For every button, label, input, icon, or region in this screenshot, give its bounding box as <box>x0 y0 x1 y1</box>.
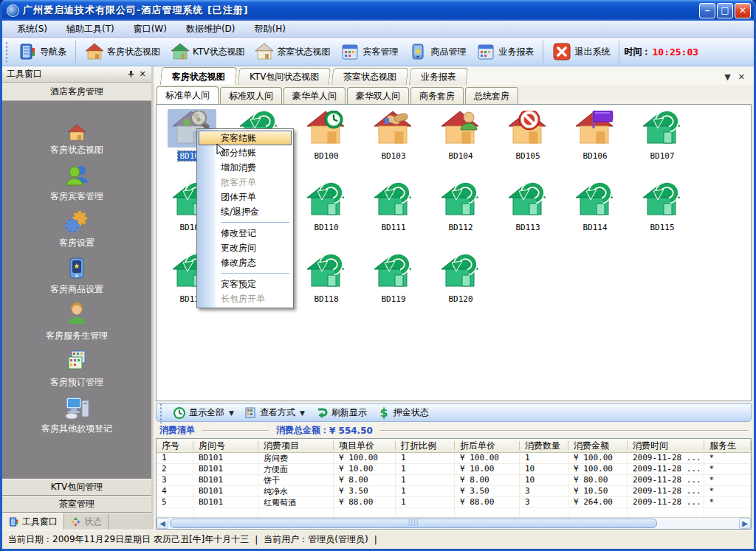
consume-toolbar-label: 显示全部 <box>189 406 224 419</box>
column-header-项目单价[interactable]: 项目单价 <box>334 439 396 452</box>
menubar-item[interactable]: 系统(S) <box>8 21 56 37</box>
room-BD100[interactable]: BD100 <box>295 109 357 161</box>
table-row[interactable]: 1BD101房间费¥ 100.001¥ 100.001¥ 100.002009-… <box>157 453 751 464</box>
context-menu-item-修改登记[interactable]: 修改登记 <box>199 226 292 240</box>
room-BD120[interactable]: BD120 <box>430 252 492 304</box>
room-BD105[interactable]: BD105 <box>497 109 559 161</box>
room-type-tab-豪华双人间[interactable]: 豪华双人间 <box>347 87 409 104</box>
context-menu-item-续/退押金[interactable]: 续/退押金 <box>199 204 292 219</box>
sidebar-item-1[interactable]: 客房状态视图 <box>2 113 151 159</box>
doc-tab-业务报表[interactable]: 业务报表 <box>409 68 468 85</box>
room-BD103[interactable]: BD103 <box>362 109 425 161</box>
consume-toolbar-button[interactable]: 显示全部▼ <box>169 406 238 420</box>
sidebar-item-7[interactable]: 客房其他款项登记 <box>2 392 151 438</box>
sidebar-bottom-tabs: 工具窗口状态 <box>2 513 151 530</box>
room-BD112[interactable]: BD112 <box>430 181 492 232</box>
column-header-房间号[interactable]: 房间号 <box>193 439 258 452</box>
minimize-button[interactable]: － <box>699 3 715 18</box>
room-type-tab-商务套房[interactable]: 商务套房 <box>410 87 464 104</box>
chevron-down-icon[interactable]: ▼ <box>300 409 305 417</box>
doc-tab-茶室状态视图[interactable]: 茶室状态视图 <box>331 68 408 85</box>
menubar-item[interactable]: 辅助工具(T) <box>58 21 123 37</box>
room-BD106[interactable]: BD106 <box>564 109 626 161</box>
context-menu-item-修改房态[interactable]: 修改房态 <box>199 255 292 270</box>
scroll-right-icon[interactable]: ▶ <box>739 518 751 529</box>
context-menu-item-部分结账[interactable]: 部分结账 <box>199 145 292 160</box>
menubar-item[interactable]: 帮助(H) <box>246 21 295 37</box>
room-type-tab-标准双人间[interactable]: 标准双人间 <box>220 87 282 104</box>
consume-toolbar-button[interactable]: 查看方式▼ <box>241 406 309 420</box>
room-BD110[interactable]: BD110 <box>295 181 357 232</box>
context-menu-item-团体开单[interactable]: 团体开单 <box>199 190 292 204</box>
table-cell: * <box>704 486 751 496</box>
toolbar-grip[interactable] <box>159 403 163 423</box>
doc-tab-KTV包间状态视图[interactable]: KTV包间状态视图 <box>238 68 331 85</box>
consume-toolbar-button[interactable]: 刷新显示 <box>312 406 371 420</box>
room-BD118[interactable]: BD118 <box>295 252 357 304</box>
sidebar-tab-status[interactable]: 状态 <box>64 513 109 530</box>
room-type-tab-豪华单人间[interactable]: 豪华单人间 <box>284 87 346 104</box>
maximize-button[interactable]: □ <box>717 3 733 18</box>
sidebar-group-button-2[interactable]: 茶室管理 <box>2 496 151 513</box>
column-header-消费数量[interactable]: 消费数量 <box>520 439 568 452</box>
horizontal-scrollbar[interactable]: ◀ ▶ <box>156 517 752 530</box>
toolbar-button[interactable]: 导航条 <box>13 41 71 63</box>
doc-tab-客房状态视图[interactable]: 客房状态视图 <box>160 67 238 85</box>
close-icon[interactable]: ✕ <box>137 69 148 80</box>
menubar-item[interactable]: 数据维护(D) <box>177 21 244 37</box>
sidebar-item-5[interactable]: 客房服务生管理 <box>2 299 151 345</box>
tab-dropdown-icon[interactable]: ▼ <box>724 72 730 82</box>
toolbar-button[interactable]: 商品管理 <box>404 41 470 63</box>
room-BD115[interactable]: BD115 <box>631 181 693 232</box>
column-header-打折比例[interactable]: 打折比例 <box>396 439 455 452</box>
room-BD119[interactable]: BD119 <box>362 252 425 304</box>
table-row[interactable]: 5BD101红葡萄酒¥ 88.001¥ 88.003¥ 264.002009-1… <box>157 497 751 508</box>
room-type-tab-标准单人间[interactable]: 标准单人间 <box>157 86 219 104</box>
toolbar-grip[interactable] <box>5 41 9 62</box>
scroll-left-icon[interactable]: ◀ <box>157 518 168 529</box>
column-header-折后单价[interactable]: 折后单价 <box>455 439 520 452</box>
sidebar-item-2[interactable]: 客房宾客管理 <box>2 159 151 206</box>
context-menu-item-增加消费[interactable]: 增加消费 <box>199 160 292 175</box>
toolbar-button[interactable]: KTV状态视图 <box>166 41 249 63</box>
column-header-序号[interactable]: 序号 <box>157 439 193 452</box>
pin-icon[interactable] <box>125 69 137 80</box>
sidebar-item-3[interactable]: 客房设置 <box>2 206 151 252</box>
context-menu-item-散客开单[interactable]: 散客开单 <box>199 175 292 190</box>
sidebar-item-6[interactable]: 客房预订管理 <box>2 345 151 392</box>
column-header-消费项目[interactable]: 消费项目 <box>258 439 334 452</box>
context-menu-item-长包房开单[interactable]: 长包房开单 <box>199 291 292 306</box>
room-BD114[interactable]: BD114 <box>564 181 626 232</box>
room-BD104[interactable]: BD104 <box>430 109 492 161</box>
room-BD111[interactable]: BD111 <box>362 181 425 232</box>
toolbar-button[interactable]: 客房状态视图 <box>80 41 165 63</box>
tab-close-icon[interactable]: ✕ <box>738 72 745 82</box>
table-row[interactable]: 2BD101方便面¥ 10.001¥ 10.0010¥ 100.002009-1… <box>157 464 751 475</box>
column-header-消费时间[interactable]: 消费时间 <box>628 439 704 452</box>
column-header-消费金额[interactable]: 消费金额 <box>568 439 628 452</box>
sidebar-group-button-1[interactable]: KTV包间管理 <box>2 479 151 496</box>
chevron-down-icon[interactable]: ▼ <box>229 409 234 417</box>
room-type-tab-总统套房[interactable]: 总统套房 <box>465 87 518 104</box>
context-menu-item-宾客预定[interactable]: 宾客预定 <box>199 277 292 291</box>
room-BD107[interactable]: BD107 <box>631 109 693 161</box>
context-menu-item-宾客结账[interactable]: 宾客结账 <box>199 131 292 145</box>
menubar-item[interactable]: 窗口(W) <box>125 21 176 37</box>
toolbar-button[interactable]: 退出系统 <box>548 41 614 63</box>
toolbar-button[interactable]: 茶室状态视图 <box>250 41 334 63</box>
sidebar-tab-tools[interactable]: 工具窗口 <box>2 513 64 530</box>
context-menu-item-更改房间[interactable]: 更改房间 <box>199 240 292 255</box>
menu-separator <box>199 270 292 277</box>
scrollbar-thumb[interactable] <box>170 519 657 528</box>
room-BD113[interactable]: BD113 <box>497 181 559 232</box>
table-row[interactable]: 3BD101饼干¥ 8.001¥ 8.0010¥ 80.002009-11-28… <box>157 475 751 486</box>
sidebar-item-4[interactable]: 客房商品设置 <box>2 252 151 299</box>
table-row[interactable]: 4BD101纯净水¥ 3.501¥ 3.503¥ 10.502009-11-28… <box>157 486 751 497</box>
close-button[interactable]: ✕ <box>735 3 751 18</box>
consume-toolbar-button[interactable]: $押金状态 <box>374 406 433 420</box>
doc-tab-label: KTV包间状态视图 <box>250 71 319 83</box>
column-header-服务生[interactable]: 服务生 <box>704 439 751 452</box>
room-house-icon <box>302 252 351 291</box>
toolbar-button[interactable]: 宾客管理 <box>336 41 402 63</box>
toolbar-button[interactable]: 业务报表 <box>472 41 538 63</box>
